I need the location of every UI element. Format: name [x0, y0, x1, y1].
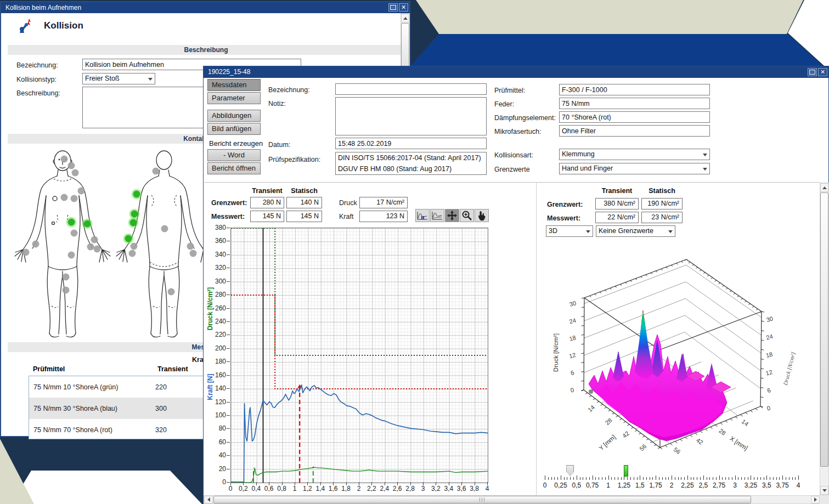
pruefspezifikation-box[interactable]: DIN ISO/TS 15066:2017-04 (Stand: April 2… [335, 152, 487, 175]
contact-point[interactable] [187, 243, 194, 250]
vscrollbar-thumb[interactable] [820, 192, 828, 467]
contact-point-marker[interactable] [52, 222, 55, 225]
daempfungselement-input[interactable] [559, 111, 710, 123]
slider-tick [795, 477, 796, 480]
time-slider[interactable]: 00,250,50,7511,251,51,7522,252,52,7533,2… [540, 463, 804, 494]
contact-point[interactable] [61, 156, 68, 163]
messung-titlebar[interactable]: 190225_15-48 ✕ [204, 66, 828, 78]
close-button[interactable]: ✕ [818, 68, 827, 76]
force-chart-plot[interactable] [230, 228, 488, 483]
pan-tool[interactable] [445, 209, 459, 222]
slider-tick [583, 477, 583, 480]
slider-tick [773, 477, 774, 480]
chevron-down-icon [703, 168, 707, 171]
word-report-button[interactable]: - Word [207, 149, 261, 161]
contact-point[interactable] [63, 274, 70, 281]
contact-point[interactable] [61, 194, 68, 201]
slider-tick [681, 477, 681, 480]
table-row[interactable]: 75 N/mm 70 °ShoreA (rot)320 [29, 419, 205, 439]
pressure-messwert-transient: 22 N/cm² [595, 212, 639, 223]
slider-tick [595, 477, 596, 480]
view-mode-dropdown[interactable]: 3D [546, 225, 593, 237]
contact-point[interactable] [63, 287, 70, 294]
contact-point[interactable] [190, 250, 197, 257]
contact-point[interactable] [22, 249, 30, 256]
contact-point[interactable] [161, 225, 168, 233]
table-col-transient: Transient [157, 365, 188, 373]
y-axis-tick-label: 40 [210, 451, 226, 459]
grenzwerte-mode-dropdown[interactable]: Keine Grenzwerte [596, 225, 675, 237]
kraft-label: Kraft [339, 213, 353, 220]
sidebar-button-parameter[interactable]: Parameter [207, 92, 261, 104]
maximize-button[interactable] [808, 68, 817, 76]
bezeichnung-input[interactable] [335, 83, 487, 95]
sidebar-button-messdaten[interactable]: Messdaten [207, 79, 261, 91]
messung-hscrollbar[interactable] [204, 495, 820, 504]
sidebar-button-abbildungen[interactable]: Abbildungen [207, 110, 261, 122]
y-axis-tick-label: 300 [210, 278, 226, 285]
messung-vscrollbar[interactable] [820, 183, 829, 495]
contact-point[interactable] [71, 195, 78, 202]
contact-point-active[interactable] [133, 191, 140, 198]
datum-input[interactable] [335, 138, 487, 149]
table-row[interactable]: 75 N/mm 10 °ShoreA (grün)220 [29, 376, 205, 398]
hand-tool[interactable] [475, 209, 489, 222]
contact-point-active[interactable] [131, 211, 138, 218]
bericht-oeffnen-button[interactable]: Bericht öffnen [207, 162, 261, 174]
contact-point[interactable] [94, 246, 101, 253]
y-axis-tick-label: 120 [210, 398, 226, 406]
maximize-button[interactable] [388, 3, 398, 12]
slider-tick [719, 475, 720, 480]
mikrofasertuch-input[interactable] [559, 125, 710, 137]
slider-tick [678, 477, 679, 480]
close-button[interactable]: ✕ [399, 3, 408, 12]
x-axis-tick [269, 482, 269, 485]
x-axis-tick [243, 482, 244, 485]
body-contact-diagram[interactable] [8, 145, 203, 338]
notiz-textarea[interactable] [335, 97, 487, 135]
slider-tick [580, 477, 580, 480]
curve-compare-icon [432, 211, 443, 220]
contact-point-active[interactable] [130, 219, 137, 226]
slider-tick-label: 4 [786, 482, 810, 489]
contact-point[interactable] [153, 168, 160, 175]
hscrollbar-thumb[interactable] [213, 496, 751, 503]
curve-compare-tool[interactable] [430, 209, 444, 222]
pruefmittel-input[interactable] [559, 84, 710, 95]
x-axis-tick [423, 482, 424, 485]
y-axis-tick [227, 361, 230, 362]
sidebar-button-bild-anfuegen[interactable]: Bild anfügen [207, 123, 261, 135]
contact-point[interactable] [71, 230, 78, 237]
kollision-titlebar[interactable]: Kollision beim Aufnehmen ✕ [1, 2, 409, 13]
slider-tick [666, 477, 666, 480]
contact-point-marker[interactable] [53, 196, 57, 201]
x-axis-tick [307, 482, 308, 485]
contact-point[interactable] [32, 241, 40, 248]
kollisionstyp-value: Freier Stoß [85, 75, 120, 82]
contact-point[interactable] [68, 252, 75, 259]
kollisionsart-dropdown[interactable]: Klemmung [559, 149, 710, 160]
feder-input[interactable] [559, 98, 710, 109]
contact-point[interactable] [87, 243, 94, 251]
slider-tick [551, 477, 552, 480]
contact-point-active[interactable] [68, 219, 75, 226]
pan-icon [447, 210, 458, 221]
contact-point[interactable] [68, 162, 75, 169]
curve-pause-tool[interactable] [415, 209, 430, 222]
svg-text:56: 56 [638, 443, 647, 452]
table-row[interactable]: 75 N/mm 30 °ShoreA (blau)300 [29, 398, 205, 419]
contact-point[interactable] [72, 169, 79, 177]
zoom-tool[interactable] [460, 209, 474, 222]
kollisionstyp-dropdown[interactable]: Freier Stoß [82, 73, 155, 84]
contact-point[interactable] [168, 288, 175, 296]
svg-text:12: 12 [568, 352, 577, 360]
slider-handle-green[interactable] [624, 465, 628, 477]
grenzwerte-dropdown[interactable]: Hand und Finger [559, 163, 710, 174]
contact-point[interactable] [91, 236, 98, 243]
contact-point[interactable] [78, 188, 85, 195]
contact-point[interactable] [131, 243, 138, 250]
contact-point-active[interactable] [84, 220, 91, 228]
contact-point-active[interactable] [125, 235, 132, 242]
pressure-3d-chart[interactable]: 006612121818242430301428425656422814Y [m… [546, 240, 804, 464]
contact-point[interactable] [129, 250, 136, 257]
